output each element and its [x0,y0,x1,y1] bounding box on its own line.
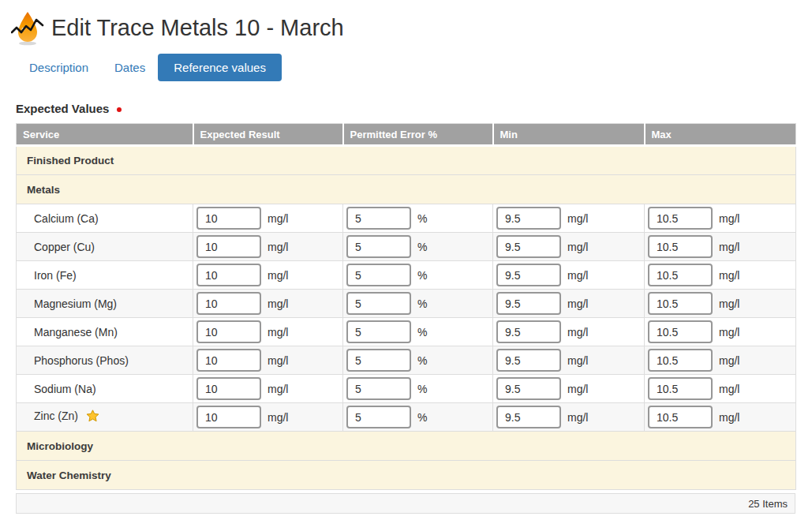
tab-dates[interactable]: Dates [114,61,145,74]
unit-label: % [417,212,427,225]
min-input[interactable] [496,235,561,258]
permitted-error-input[interactable] [346,292,411,315]
category-label: Microbiology [17,432,796,461]
tab-description[interactable]: Description [29,61,88,74]
service-cell: Manganese (Mn) [17,318,193,346]
max-input[interactable] [648,207,713,230]
unit-label: mg/l [567,269,588,282]
category-row[interactable]: Microbiology [17,432,796,461]
expected-result-input[interactable] [196,349,261,372]
expected-result-input[interactable] [196,320,261,343]
expected-result-input[interactable] [196,406,261,428]
permitted-error-input[interactable] [346,377,411,400]
unit-label: mg/l [719,269,739,282]
expected-result-input[interactable] [196,207,261,230]
permitted-error-input[interactable] [346,235,411,258]
max-input[interactable] [648,377,713,400]
star-icon [86,410,99,425]
service-row: Magnesium (Mg)mg/l%mg/lmg/l [17,290,796,318]
unit-label: mg/l [268,297,288,310]
min-input[interactable] [496,292,561,315]
max-input[interactable] [648,349,713,372]
permitted-error-input-cell: % [343,204,493,233]
unit-label: % [417,241,427,253]
min-input[interactable] [496,320,561,343]
service-label: Calcium (Ca) [34,212,99,225]
expected-values-label: Expected Values [16,102,109,115]
service-cell: Phosphorus (Phos) [17,346,193,375]
category-label: Water Chemistry [17,461,796,490]
expected-result-input[interactable] [196,235,261,258]
column-header-permitted-error: Permitted Error % [343,124,493,146]
permitted-error-input[interactable] [346,207,411,230]
max-input[interactable] [648,264,713,286]
tab-reference-values[interactable]: Reference values [158,54,282,81]
expected-result-input-cell: mg/l [193,261,343,290]
permitted-error-input-cell: % [343,403,493,432]
max-input-cell: mg/l [645,375,796,403]
unit-label: % [417,297,427,310]
max-input[interactable] [648,320,713,343]
max-input-cell: mg/l [645,318,796,346]
min-input[interactable] [496,264,561,286]
category-row[interactable]: Water Chemistry [17,461,796,490]
unit-label: mg/l [719,383,739,395]
service-cell: Magnesium (Mg) [17,290,193,318]
items-count: 25 Items [748,498,788,510]
category-row[interactable]: Finished Product [17,146,796,175]
column-header-service: Service [17,124,193,146]
max-input[interactable] [648,235,713,258]
unit-label: mg/l [567,383,588,395]
expected-values-heading: Expected Values [16,102,812,115]
min-input[interactable] [496,207,561,230]
permitted-error-input[interactable] [346,264,411,286]
expected-result-input[interactable] [196,264,261,286]
unit-label: mg/l [567,212,588,225]
unit-label: % [417,383,427,395]
min-input[interactable] [496,377,561,400]
unit-label: mg/l [567,297,588,310]
max-input[interactable] [648,292,713,315]
category-row[interactable]: Metals [17,175,796,204]
service-row: Calcium (Ca)mg/l%mg/lmg/l [17,204,796,233]
required-marker-icon [117,107,122,112]
expected-result-input-cell: mg/l [193,346,343,375]
unit-label: mg/l [567,354,588,367]
service-cell: Copper (Cu) [17,233,193,261]
permitted-error-input[interactable] [346,406,411,428]
max-input-cell: mg/l [645,290,796,318]
app-logo-drop-chart-icon [11,10,44,46]
unit-label: mg/l [268,326,288,339]
expected-result-input[interactable] [196,377,261,400]
max-input[interactable] [648,406,713,428]
min-input[interactable] [496,349,561,372]
expected-result-input-cell: mg/l [193,403,343,432]
permitted-error-input[interactable] [346,349,411,372]
service-cell: Zinc (Zn) [17,403,193,432]
category-label: Finished Product [17,146,796,175]
permitted-error-input-cell: % [343,318,493,346]
min-input-cell: mg/l [493,375,645,403]
min-input-cell: mg/l [493,403,645,432]
service-label: Zinc (Zn) [34,410,78,422]
permitted-error-input[interactable] [346,320,411,343]
unit-label: % [417,326,427,339]
column-header-max: Max [645,124,796,146]
permitted-error-input-cell: % [343,346,493,375]
max-input-cell: mg/l [645,261,796,290]
unit-label: % [417,411,427,424]
max-input-cell: mg/l [645,233,796,261]
max-input-cell: mg/l [645,204,796,233]
unit-label: % [417,354,427,367]
unit-label: mg/l [268,269,288,282]
column-header-expected-result: Expected Result [193,124,343,146]
expected-result-input[interactable] [196,292,261,315]
min-input-cell: mg/l [493,346,645,375]
permitted-error-input-cell: % [343,375,493,403]
service-label: Magnesium (Mg) [34,297,117,310]
expected-result-input-cell: mg/l [193,290,343,318]
min-input[interactable] [496,406,561,428]
min-input-cell: mg/l [493,290,645,318]
edit-reference-sample-page: Edit Trace Metals 10 - March Description… [0,0,812,514]
unit-label: mg/l [268,354,288,367]
